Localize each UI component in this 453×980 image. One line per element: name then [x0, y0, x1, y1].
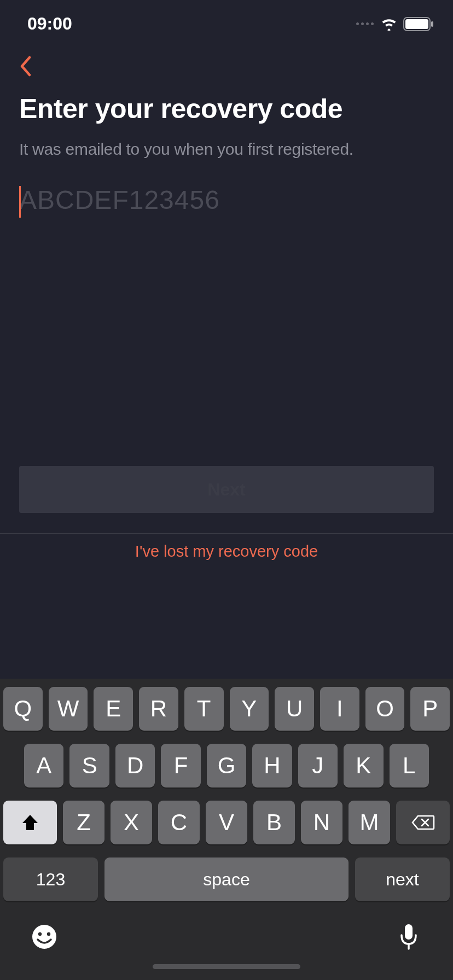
- signal-dots-icon: [356, 22, 374, 25]
- content-area: Enter your recovery code It was emailed …: [0, 93, 453, 215]
- key-l[interactable]: L: [390, 744, 429, 788]
- svg-rect-1: [405, 19, 428, 29]
- nav-bar: [0, 39, 453, 93]
- key-j[interactable]: J: [298, 744, 338, 788]
- keyboard-next-key[interactable]: next: [355, 858, 450, 901]
- lost-code-link[interactable]: I've lost my recovery code: [0, 542, 453, 561]
- text-cursor: [19, 186, 21, 218]
- key-v[interactable]: V: [206, 801, 247, 844]
- wifi-icon: [380, 18, 398, 31]
- key-d[interactable]: D: [115, 744, 155, 788]
- input-wrapper: [19, 185, 434, 215]
- status-icons: [356, 17, 434, 31]
- key-k[interactable]: K: [344, 744, 383, 788]
- key-h[interactable]: H: [252, 744, 292, 788]
- keyboard-row-2: A S D F G H J K L: [3, 744, 450, 788]
- key-s[interactable]: S: [69, 744, 109, 788]
- key-a[interactable]: A: [24, 744, 63, 788]
- status-time: 09:00: [27, 14, 72, 34]
- svg-rect-6: [405, 924, 413, 940]
- recovery-code-input[interactable]: [19, 185, 434, 215]
- next-button[interactable]: Next: [19, 466, 434, 513]
- backspace-key[interactable]: [396, 801, 450, 844]
- space-key[interactable]: space: [104, 858, 349, 901]
- svg-rect-2: [431, 21, 433, 27]
- key-c[interactable]: C: [158, 801, 200, 844]
- key-b[interactable]: B: [253, 801, 295, 844]
- svg-point-4: [38, 932, 42, 936]
- key-u[interactable]: U: [275, 687, 314, 731]
- divider: [0, 533, 453, 534]
- home-indicator[interactable]: [153, 964, 300, 969]
- key-x[interactable]: X: [111, 801, 152, 844]
- battery-icon: [403, 17, 434, 31]
- keyboard: Q W E R T Y U I O P A S D F G H J K L Z …: [0, 679, 453, 980]
- key-t[interactable]: T: [184, 687, 224, 731]
- mic-icon[interactable]: [395, 923, 422, 950]
- key-o[interactable]: O: [365, 687, 405, 731]
- key-g[interactable]: G: [207, 744, 246, 788]
- key-f[interactable]: F: [161, 744, 200, 788]
- key-q[interactable]: Q: [3, 687, 43, 731]
- keyboard-row-3: Z X C V B N M: [3, 801, 450, 844]
- key-m[interactable]: M: [349, 801, 390, 844]
- keyboard-row-1: Q W E R T Y U I O P: [3, 687, 450, 731]
- key-y[interactable]: Y: [230, 687, 269, 731]
- keyboard-row-4: 123 space next: [3, 858, 450, 901]
- numeric-key[interactable]: 123: [3, 858, 98, 901]
- page-title: Enter your recovery code: [19, 93, 434, 125]
- svg-point-3: [32, 925, 56, 949]
- key-z[interactable]: Z: [63, 801, 104, 844]
- keyboard-bottom-row: [3, 907, 450, 964]
- page-subtitle: It was emailed to you when you first reg…: [19, 140, 434, 159]
- key-r[interactable]: R: [139, 687, 178, 731]
- key-e[interactable]: E: [94, 687, 133, 731]
- status-bar: 09:00: [0, 0, 453, 39]
- back-button[interactable]: [19, 56, 434, 77]
- shift-key[interactable]: [3, 801, 57, 844]
- svg-point-5: [47, 932, 50, 936]
- key-w[interactable]: W: [49, 687, 88, 731]
- emoji-icon[interactable]: [31, 923, 58, 950]
- key-p[interactable]: P: [410, 687, 450, 731]
- key-i[interactable]: I: [320, 687, 359, 731]
- key-n[interactable]: N: [301, 801, 342, 844]
